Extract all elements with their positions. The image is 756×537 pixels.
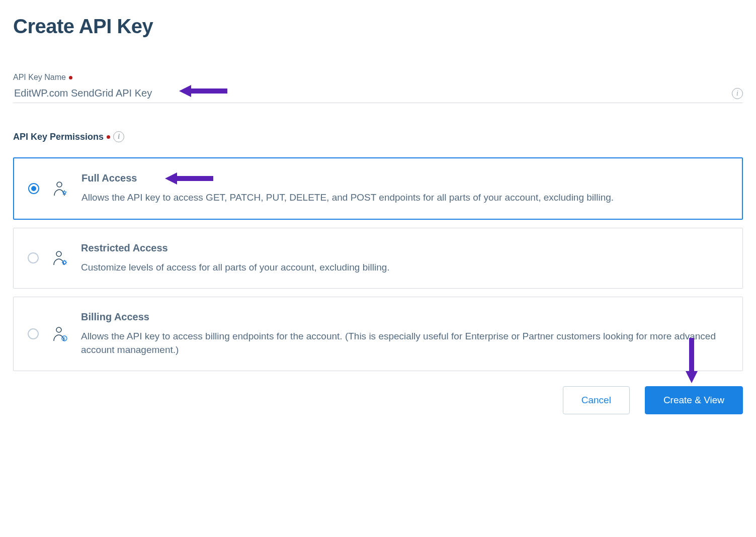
button-row: Cancel Create & View: [13, 386, 743, 414]
svg-point-0: [57, 182, 62, 187]
create-and-view-button[interactable]: Create & View: [645, 386, 743, 414]
svg-point-1: [56, 251, 61, 256]
permission-description: Customize levels of access for all parts…: [81, 261, 728, 275]
api-key-name-label-text: API Key Name: [13, 73, 66, 82]
page-title: Create API Key: [13, 15, 743, 38]
svg-text:$: $: [63, 337, 65, 340]
svg-point-3: [56, 327, 61, 332]
api-key-name-row: i: [13, 87, 743, 103]
permission-title: Billing Access: [81, 311, 728, 323]
user-dollar-icon: $: [52, 326, 68, 342]
permission-title: Restricted Access: [81, 242, 728, 254]
api-key-permissions-label-text: API Key Permissions: [13, 132, 104, 142]
permission-body: Restricted Access Customize levels of ac…: [81, 242, 728, 275]
api-key-permissions-label: API Key Permissions i: [13, 131, 743, 142]
permission-body: Billing Access Allows the API key to acc…: [81, 311, 728, 356]
permission-option-billing-access[interactable]: $ Billing Access Allows the API key to a…: [13, 297, 743, 371]
permission-body: Full Access Allows the API key to access…: [81, 172, 728, 205]
radio-billing-access[interactable]: [28, 328, 39, 339]
info-icon[interactable]: i: [113, 131, 124, 142]
required-dot-icon: [69, 76, 72, 79]
permission-title: Full Access: [81, 172, 728, 184]
permission-option-restricted-access[interactable]: Restricted Access Customize levels of ac…: [13, 228, 743, 289]
permission-description: Allows the API key to access billing end…: [81, 330, 728, 356]
api-key-name-label: API Key Name: [13, 73, 743, 82]
permission-description: Allows the API key to access GET, PATCH,…: [81, 191, 728, 205]
cancel-button[interactable]: Cancel: [563, 386, 630, 414]
permission-option-full-access[interactable]: Full Access Allows the API key to access…: [13, 157, 743, 220]
radio-full-access[interactable]: [28, 183, 39, 194]
api-key-name-input[interactable]: [13, 87, 732, 100]
user-gear-icon: [52, 250, 68, 266]
info-icon[interactable]: i: [732, 88, 743, 99]
user-star-icon: [52, 181, 68, 197]
radio-restricted-access[interactable]: [28, 252, 39, 263]
required-dot-icon: [107, 135, 110, 139]
